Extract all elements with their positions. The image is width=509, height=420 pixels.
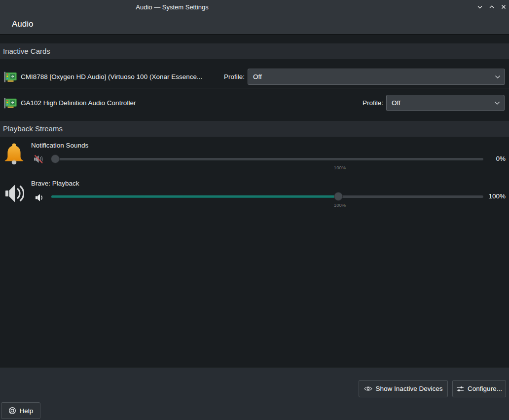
notification-bell-icon — [4, 142, 24, 166]
slider-track[interactable] — [51, 158, 483, 160]
profile-label: Profile: — [353, 99, 383, 107]
help-label: Help — [20, 407, 34, 415]
lifebuoy-help-icon — [8, 407, 16, 415]
help-button[interactable]: Help — [1, 402, 40, 419]
chevron-down-icon — [495, 75, 501, 79]
footer-bar: Show Inactive Devices Configure... Help — [0, 368, 509, 420]
audio-card-icon — [4, 97, 18, 110]
volume-value: 100% — [471, 192, 506, 200]
close-icon — [500, 3, 508, 11]
audio-settings-window: Audio — System Settings Audio Inactive C… — [0, 0, 509, 420]
profile-selected-value: Off — [253, 69, 262, 84]
profile-selected-value: Off — [392, 95, 400, 111]
profile-select[interactable]: Off — [248, 69, 505, 85]
configure-button[interactable]: Configure... — [452, 380, 506, 397]
volume-slider[interactable] — [51, 191, 483, 201]
profile-select[interactable]: Off — [386, 95, 505, 111]
slider-handle[interactable] — [51, 154, 60, 163]
show-inactive-devices-label: Show Inactive Devices — [376, 385, 443, 392]
page-title: Audio — [12, 14, 33, 34]
slider-handle[interactable] — [334, 192, 343, 201]
volume-slider[interactable] — [51, 154, 483, 164]
chevron-up-icon — [488, 3, 496, 11]
mute-toggle-button[interactable] — [33, 153, 44, 165]
section-title: Inactive Cards — [3, 43, 50, 59]
titlebar[interactable]: Audio — System Settings — [0, 0, 509, 14]
minimize-button[interactable] — [475, 2, 485, 12]
slider-tick-label: 100% — [334, 202, 346, 208]
show-inactive-devices-button[interactable]: Show Inactive Devices — [359, 380, 448, 397]
configure-label: Configure... — [468, 385, 502, 392]
card-name: CMI8788 [Oxygen HD Audio] (Virtuoso 100 … — [21, 73, 202, 81]
section-header-playback-streams: Playback Streams — [0, 121, 509, 137]
speaker-icon — [35, 192, 45, 203]
mute-toggle-button[interactable] — [34, 191, 45, 203]
row-separator — [0, 88, 509, 88]
window-title: Audio — System Settings — [136, 0, 208, 14]
card-name: GA102 High Definition Audio Controller — [21, 99, 136, 107]
chevron-down-icon — [476, 3, 484, 11]
maximize-button[interactable] — [487, 2, 497, 12]
close-button[interactable] — [499, 2, 509, 12]
slider-fill — [51, 195, 338, 198]
audio-card-icon — [4, 71, 18, 83]
section-title: Playback Streams — [3, 121, 63, 137]
slider-tick-label: 100% — [334, 165, 346, 170]
speaker-app-icon — [4, 182, 24, 205]
stream-title: Brave: Playback — [31, 180, 79, 188]
profile-label: Profile: — [214, 73, 245, 81]
volume-value: 0% — [471, 155, 506, 163]
speaker-muted-icon — [33, 153, 44, 165]
section-header-inactive-cards: Inactive Cards — [0, 43, 509, 59]
stream-title: Notification Sounds — [31, 142, 88, 150]
chevron-down-icon — [494, 101, 500, 105]
eye-icon — [364, 385, 372, 392]
page-header: Audio — [0, 14, 509, 35]
sliders-icon — [456, 385, 464, 392]
